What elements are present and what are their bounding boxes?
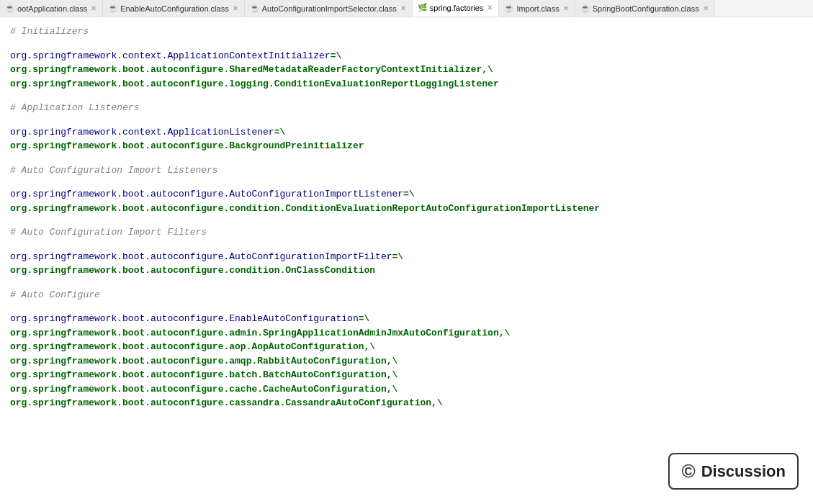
copyright-icon: ©	[681, 460, 695, 482]
close-icon[interactable]: ✕	[563, 4, 569, 12]
discussion-badge: © Discussion	[668, 453, 799, 490]
code-line: org.springframework.context.ApplicationL…	[10, 125, 803, 140]
key-text: org.springframework.boot.autoconfigure.A…	[10, 251, 392, 262]
spacer	[10, 91, 803, 101]
java-icon: ☕	[6, 4, 14, 13]
code-line: org.springframework.boot.autoconfigure.l…	[10, 77, 803, 91]
tab-rootapp[interactable]: ☕ ootApplication.class ✕	[0, 0, 103, 17]
comment-listeners: # Application Listeners	[10, 101, 803, 115]
value-text: org.springframework.boot.autoconfigure.B…	[10, 140, 364, 151]
value-text: org.springframework.boot.autoconfigure.a…	[10, 341, 375, 352]
close-icon[interactable]: ✕	[91, 4, 96, 12]
value-text: org.springframework.boot.autoconfigure.c…	[10, 397, 443, 408]
value-text: org.springframework.boot.autoconfigure.c…	[10, 203, 600, 214]
code-line: org.springframework.boot.autoconfigure.a…	[10, 326, 803, 341]
code-line: org.springframework.boot.autoconfigure.c…	[10, 382, 803, 397]
tab-label: AutoConfigurationImportSelector.class	[262, 4, 397, 13]
java-icon: ☕	[109, 4, 117, 13]
code-line: org.springframework.boot.autoconfigure.c…	[10, 396, 803, 410]
spacer	[10, 115, 803, 125]
spacer	[10, 177, 803, 187]
code-line: org.springframework.boot.autoconfigure.c…	[10, 202, 803, 216]
tab-springboot[interactable]: ☕ SpringBootConfiguration.class ✕	[575, 0, 715, 17]
tab-label: SpringBootConfiguration.class	[593, 4, 699, 13]
code-line: org.springframework.boot.autoconfigure.S…	[10, 63, 803, 77]
value-text: =\	[403, 189, 415, 199]
value-text: =\	[274, 127, 286, 138]
discussion-label: Discussion	[701, 462, 786, 481]
tab-label: EnableAutoConfiguration.class	[120, 4, 228, 13]
code-editor: # Initializers org.springframework.conte…	[0, 17, 813, 504]
value-text: =\	[392, 251, 404, 262]
code-line: org.springframework.boot.autoconfigure.a…	[10, 354, 803, 369]
value-text: org.springframework.boot.autoconfigure.c…	[10, 265, 375, 276]
value-text: org.springframework.boot.autoconfigure.a…	[10, 328, 510, 338]
comment-initializers: # Initializers	[10, 24, 803, 39]
java-icon: ☕	[505, 4, 513, 13]
spacer	[10, 278, 803, 288]
comment-auto-import-filters: # Auto Configuration Import Filters	[10, 225, 803, 240]
code-line: org.springframework.boot.autoconfigure.a…	[10, 340, 803, 354]
key-text: org.springframework.context.ApplicationL…	[10, 127, 274, 138]
spacer	[10, 215, 803, 225]
tab-bar: ☕ ootApplication.class ✕ ☕ EnableAutoCon…	[0, 0, 813, 17]
value-text: org.springframework.boot.autoconfigure.S…	[10, 64, 493, 75]
java-icon: ☕	[581, 4, 590, 13]
code-line: org.springframework.context.ApplicationC…	[10, 49, 803, 63]
comment-auto-configure: # Auto Configure	[10, 288, 803, 302]
value-text: org.springframework.boot.autoconfigure.l…	[10, 78, 499, 89]
tab-label: ootApplication.class	[17, 4, 87, 13]
code-line: org.springframework.boot.autoconfigure.B…	[10, 139, 803, 153]
value-text: org.springframework.boot.autoconfigure.c…	[10, 384, 397, 395]
key-text: org.springframework.boot.autoconfigure.A…	[10, 189, 403, 199]
spacer	[10, 302, 803, 312]
close-icon[interactable]: ✕	[703, 4, 709, 12]
spacer	[10, 240, 803, 250]
key-text: org.springframework.boot.autoconfigure.E…	[10, 313, 359, 324]
value-text: =\	[359, 313, 370, 324]
value-text: org.springframework.boot.autoconfigure.b…	[10, 369, 397, 380]
close-icon[interactable]: ✕	[487, 4, 493, 12]
key-text: org.springframework.context.ApplicationC…	[10, 50, 331, 61]
comment-auto-import-listeners: # Auto Configuration Import Listeners	[10, 163, 803, 178]
code-line: org.springframework.boot.autoconfigure.E…	[10, 312, 803, 326]
code-line: org.springframework.boot.autoconfigure.c…	[10, 264, 803, 278]
spacer	[10, 39, 803, 49]
code-line: org.springframework.boot.autoconfigure.A…	[10, 250, 803, 264]
spring-icon: 🌿	[418, 4, 427, 12]
java-icon: ☕	[251, 4, 259, 13]
code-line: org.springframework.boot.autoconfigure.A…	[10, 187, 803, 202]
tab-enableauto[interactable]: ☕ EnableAutoConfiguration.class ✕	[103, 0, 244, 17]
tab-import[interactable]: ☕ Import.class ✕	[499, 0, 575, 17]
value-text: org.springframework.boot.autoconfigure.a…	[10, 356, 397, 366]
tab-spring-factories[interactable]: 🌿 spring.factories ✕	[413, 0, 500, 17]
tab-label: spring.factories	[430, 4, 484, 12]
value-text: =\	[331, 50, 342, 61]
spacer	[10, 153, 803, 163]
code-line: org.springframework.boot.autoconfigure.b…	[10, 368, 803, 382]
tab-label: Import.class	[516, 4, 559, 13]
close-icon[interactable]: ✕	[233, 4, 238, 12]
tab-autoimport[interactable]: ☕ AutoConfigurationImportSelector.class …	[245, 0, 413, 17]
close-icon[interactable]: ✕	[400, 4, 406, 12]
